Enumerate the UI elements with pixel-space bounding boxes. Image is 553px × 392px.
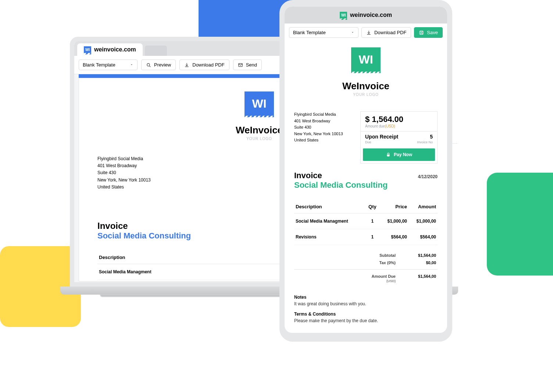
brand-name: WeInvoice [294, 80, 438, 92]
search-icon [146, 62, 151, 68]
col-amount: Amount [408, 200, 438, 213]
phone-toolbar: Blank Template Download PDF Save [285, 24, 447, 42]
line-items-table: Description Qty Price Amount Social Medi… [294, 200, 438, 245]
brand-subtitle: YOUR LOGO [294, 93, 438, 97]
bg-shape-green [487, 173, 553, 276]
tab-title: weinvoice.com [94, 46, 136, 53]
download-label: Download PDF [374, 30, 406, 35]
terms-block: Terms & Conditions Please make the payme… [294, 312, 438, 323]
sender-address: Flyingbird Social Media 401 West Broadwa… [294, 111, 343, 163]
invoice-number: 5 [430, 134, 433, 140]
col-description: Description [97, 251, 299, 264]
phone-header: WI weinvoice.com [285, 7, 447, 24]
preview-label: Preview [154, 62, 171, 68]
browser-tab-blank[interactable] [145, 46, 167, 56]
chevron-down-icon [130, 62, 133, 68]
wi-logo-icon: WI [84, 46, 91, 53]
lock-icon [386, 152, 391, 157]
svg-line-1 [149, 66, 150, 67]
sender-address: Flyingbird Social Media 401 West Broadwa… [97, 155, 151, 208]
invoice-heading: Invoice [294, 171, 388, 180]
amount-due-value: $ 1,564.00 [361, 112, 437, 124]
col-description: Description [294, 200, 365, 213]
due-term: Upon Receipt [365, 134, 398, 140]
col-price: Price [379, 200, 408, 213]
download-button[interactable]: Download PDF [179, 60, 229, 70]
send-label: Send [246, 62, 257, 68]
svg-point-0 [147, 63, 150, 66]
save-icon [419, 30, 424, 35]
mail-icon [238, 62, 243, 68]
invoice-subject: Social Media Consulting [294, 180, 388, 190]
preview-button[interactable]: Preview [141, 60, 176, 70]
template-select[interactable]: Blank Template [79, 60, 138, 70]
amount-box: $ 1,564.00 Amount due(USD) Upon Receipt … [360, 111, 438, 163]
template-select[interactable]: Blank Template [289, 27, 358, 38]
phone-header-title: weinvoice.com [350, 12, 392, 18]
invoice-document-mobile: WI WeInvoice YOUR LOGO Flyingbird Social… [285, 42, 447, 333]
download-icon [366, 30, 371, 35]
totals-block: Subtotal$1,564,00 Tax (0%)$0,00 Amount D… [294, 252, 438, 284]
svg-rect-5 [387, 154, 389, 156]
save-label: Save [427, 30, 438, 35]
invoice-date: 4/12/2020 [418, 174, 438, 179]
brand-logo: WI [351, 47, 381, 77]
svg-rect-4 [420, 31, 423, 34]
table-row: Social Media Managment1$1,000,00$1,000,0… [294, 213, 438, 229]
template-select-label: Blank Template [293, 30, 326, 35]
wi-logo-icon: WI [340, 12, 347, 18]
pay-now-button[interactable]: Pay Now [363, 148, 435, 161]
download-button[interactable]: Download PDF [361, 27, 411, 38]
phone-frame: WI weinvoice.com Blank Template Download… [279, 0, 452, 342]
notes-block: Notes It was great doing business with y… [294, 295, 438, 306]
download-icon [184, 62, 189, 68]
chevron-down-icon [351, 30, 354, 35]
send-button[interactable]: Send [233, 60, 262, 70]
col-qty: Qty [365, 200, 379, 213]
template-select-label: Blank Template [83, 62, 115, 68]
pay-label: Pay Now [394, 152, 412, 157]
table-row: Revisions1$564,00$564,00 [294, 229, 438, 245]
download-label: Download PDF [192, 62, 224, 68]
brand-logo: WI [245, 91, 274, 121]
save-button[interactable]: Save [414, 27, 443, 38]
browser-tab-active[interactable]: WI weinvoice.com [77, 43, 143, 56]
